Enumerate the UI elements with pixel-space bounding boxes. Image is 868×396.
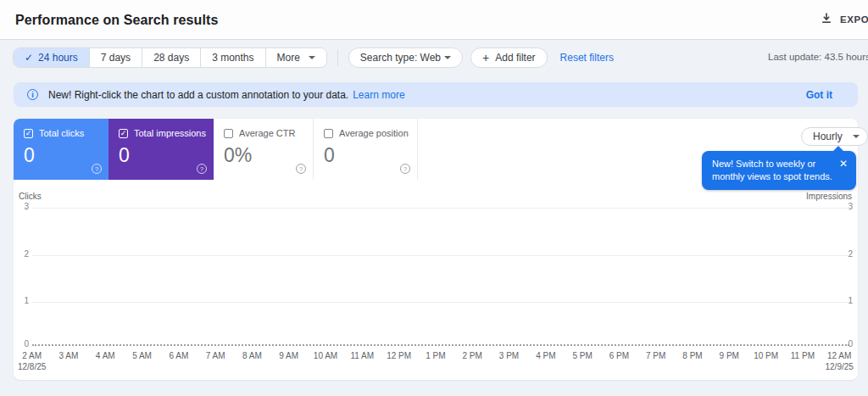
x-axis-labels: 2 AM12/8/25 3 AM 4 AM 5 AM 6 AM 7 AM 8 A…: [14, 350, 858, 372]
x-tick-label: 10 PM: [748, 350, 784, 372]
chevron-down-icon: [853, 135, 860, 138]
chip-28-days[interactable]: 28 days: [142, 48, 201, 67]
interval-label: Hourly: [813, 131, 843, 142]
gridline: [32, 302, 849, 303]
banner-text: New! Right-click the chart to add a cust…: [48, 89, 348, 101]
x-tick-label: 1 PM: [417, 350, 453, 372]
chevron-down-icon: [444, 56, 451, 59]
performance-panel: ✓ Total clicks 0 ? ✓ Total impressions 0…: [14, 119, 858, 380]
learn-more-link[interactable]: Learn more: [353, 89, 404, 101]
x-tick-label: 8 PM: [674, 350, 710, 372]
x-tick-label: 9 AM: [270, 350, 307, 372]
x-tick-label: 11 AM: [344, 350, 381, 372]
gridline: [32, 208, 849, 209]
search-type-label: Search type: Web: [360, 52, 441, 64]
x-tick-label: 3 PM: [491, 350, 527, 372]
x-tick-label: 12 PM: [381, 350, 417, 372]
chip-more[interactable]: More: [266, 48, 326, 67]
close-icon[interactable]: ✕: [839, 158, 848, 183]
info-icon: i: [27, 89, 38, 100]
x-tick-label: 12 AM12/9/25: [821, 350, 858, 372]
interval-promo-tooltip: New! Switch to weekly or monthly views t…: [702, 151, 856, 190]
x-tick-label: 6 AM: [160, 350, 197, 372]
export-label: EXPORT: [840, 14, 868, 25]
x-tick-label: 8 AM: [234, 350, 270, 372]
x-tick-label: 10 AM: [307, 350, 343, 372]
page-header: Performance on Search results EXPORT: [0, 0, 868, 40]
chip-label: 24 hours: [38, 52, 78, 64]
y-tick-right: 2: [841, 249, 853, 259]
x-tick-label: 7 PM: [637, 350, 674, 372]
x-axis-line: [32, 344, 849, 346]
chip-3-months[interactable]: 3 months: [201, 48, 265, 67]
right-axis-title: Impressions: [806, 192, 852, 201]
chip-7-days[interactable]: 7 days: [90, 48, 142, 67]
x-tick-label: 7 AM: [197, 350, 233, 372]
chip-label: 7 days: [101, 52, 131, 64]
x-tick-label: 2 AM12/8/25: [14, 350, 50, 372]
add-filter-button[interactable]: + Add filter: [470, 47, 548, 68]
plus-icon: +: [482, 51, 489, 64]
y-tick-left: 0: [17, 339, 29, 349]
performance-page: Performance on Search results EXPORT ✓ 2…: [0, 0, 868, 396]
y-tick-right: 3: [841, 202, 853, 211]
x-tick-label: 3 AM: [50, 350, 86, 372]
x-tick-label: 2 PM: [454, 350, 491, 372]
got-it-button[interactable]: Got it: [806, 89, 832, 101]
chip-label: 28 days: [153, 52, 189, 64]
annotation-banner: i New! Right-click the chart to add a cu…: [14, 82, 858, 107]
add-filter-label: Add filter: [495, 52, 535, 64]
x-tick-label: 9 PM: [711, 350, 748, 372]
page-title: Performance on Search results: [15, 13, 218, 28]
x-tick-label: 6 PM: [601, 350, 637, 372]
x-tick-label: 4 AM: [87, 350, 124, 372]
reset-filters-link[interactable]: Reset filters: [560, 52, 614, 64]
x-tick-label: 11 PM: [784, 350, 821, 372]
y-tick-left: 2: [17, 249, 29, 259]
promo-text: New! Switch to weekly or monthly views t…: [712, 158, 832, 183]
date-range-group: ✓ 24 hours 7 days 28 days 3 months More: [13, 47, 327, 68]
y-tick-left: 3: [17, 202, 29, 211]
search-type-dropdown[interactable]: Search type: Web: [348, 47, 463, 68]
interval-dropdown[interactable]: Hourly: [801, 127, 868, 146]
x-tick-label: 5 PM: [564, 350, 600, 372]
chip-label: More: [277, 52, 300, 64]
chip-label: 3 months: [212, 52, 253, 64]
x-tick-label: 4 PM: [527, 350, 564, 372]
y-tick-left: 1: [17, 296, 29, 305]
chevron-down-icon: [309, 56, 315, 59]
left-axis-title: Clicks: [19, 192, 42, 201]
x-tick-label: 5 AM: [124, 350, 160, 372]
check-icon: ✓: [25, 52, 33, 64]
chip-24-hours[interactable]: ✓ 24 hours: [14, 48, 90, 67]
last-update-text: Last update: 43.5 hours ago: [768, 52, 868, 62]
export-button[interactable]: EXPORT: [821, 12, 868, 27]
filter-bar: ✓ 24 hours 7 days 28 days 3 months More …: [13, 47, 614, 68]
gridline: [32, 255, 849, 256]
divider: [337, 49, 338, 66]
download-icon: [821, 12, 832, 27]
y-tick-right: 1: [841, 296, 853, 305]
